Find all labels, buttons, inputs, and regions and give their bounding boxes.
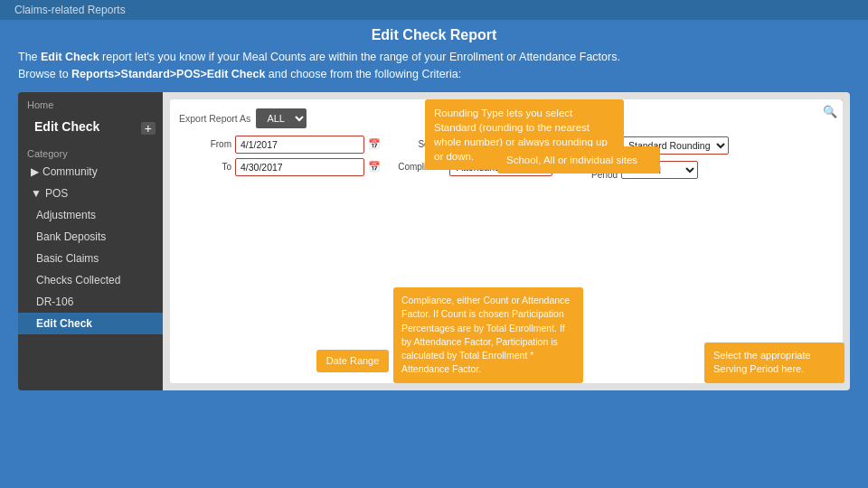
tooltip-serving-text: Select the appropriate Serving Period he… (713, 350, 811, 374)
tooltip-school: School, All or individual sites (497, 146, 660, 174)
sidebar-add-button[interactable]: + (141, 122, 156, 135)
sidebar-item-community[interactable]: ▶ Community (18, 161, 163, 183)
sidebar-item-edit-check[interactable]: Edit Check (18, 313, 163, 334)
desc-line2: Browse to Reports>Standard>POS>Edit Chec… (18, 68, 461, 80)
top-bar: Claims-related Reports (0, 0, 868, 20)
community-label: Community (42, 165, 98, 178)
date-section: From 📅 To 📅 (179, 136, 381, 184)
checks-collected-label: Checks Collected (36, 274, 120, 286)
tooltip-compliance: Compliance, either Count or Attendance F… (393, 287, 583, 382)
basic-claims-label: Basic Claims (36, 252, 99, 265)
sidebar-home: Home (18, 98, 163, 114)
chevron-down-icon: ▼ (31, 187, 42, 200)
sidebar-item-checks-collected[interactable]: Checks Collected (18, 269, 163, 291)
page-title: Edit Check Report (18, 27, 850, 43)
dr106-label: DR-106 (36, 296, 73, 308)
chevron-right-icon: ▶ (31, 165, 39, 178)
top-bar-label: Claims-related Reports (14, 4, 126, 16)
tooltip-date-range: Date Range (316, 350, 389, 371)
magnify-icon[interactable]: 🔍 (823, 105, 837, 118)
bank-deposits-label: Bank Deposits (36, 230, 106, 243)
tooltip-date-text: Date Range (326, 355, 380, 366)
adjustments-label: Adjustments (36, 209, 96, 221)
to-input[interactable] (235, 158, 364, 176)
from-label: From (179, 139, 231, 149)
sidebar-item-dr106[interactable]: DR-106 (18, 291, 163, 313)
edit-check-label: Edit Check (36, 317, 92, 330)
sidebar-title: Edit Check (25, 116, 108, 141)
sidebar-category-label: Category (18, 146, 163, 161)
tooltip-serving: Select the appropriate Serving Period he… (704, 343, 844, 383)
from-input[interactable] (235, 136, 364, 154)
sidebar-item-adjustments[interactable]: Adjustments (18, 204, 163, 226)
to-label: To (179, 162, 231, 172)
sidebar: Home Edit Check + Category ▶ Community ▼… (18, 92, 163, 390)
sidebar-item-bank-deposits[interactable]: Bank Deposits (18, 226, 163, 248)
from-calendar-icon[interactable]: 📅 (368, 138, 381, 150)
description: The Edit Check report let's you know if … (18, 49, 850, 83)
sidebar-item-pos[interactable]: ▼ POS (18, 183, 163, 204)
tooltip-school-text: School, All or individual sites (506, 155, 637, 165)
desc-line1: The Edit Check report let's you know if … (18, 51, 620, 63)
export-select[interactable]: ALL (256, 108, 307, 128)
to-calendar-icon[interactable]: 📅 (368, 161, 381, 173)
tooltip-compliance-text: Compliance, either Count or Attendance F… (401, 295, 570, 374)
export-label: Export Report As (179, 113, 250, 124)
sidebar-item-basic-claims[interactable]: Basic Claims (18, 248, 163, 269)
pos-label: POS (45, 187, 68, 200)
